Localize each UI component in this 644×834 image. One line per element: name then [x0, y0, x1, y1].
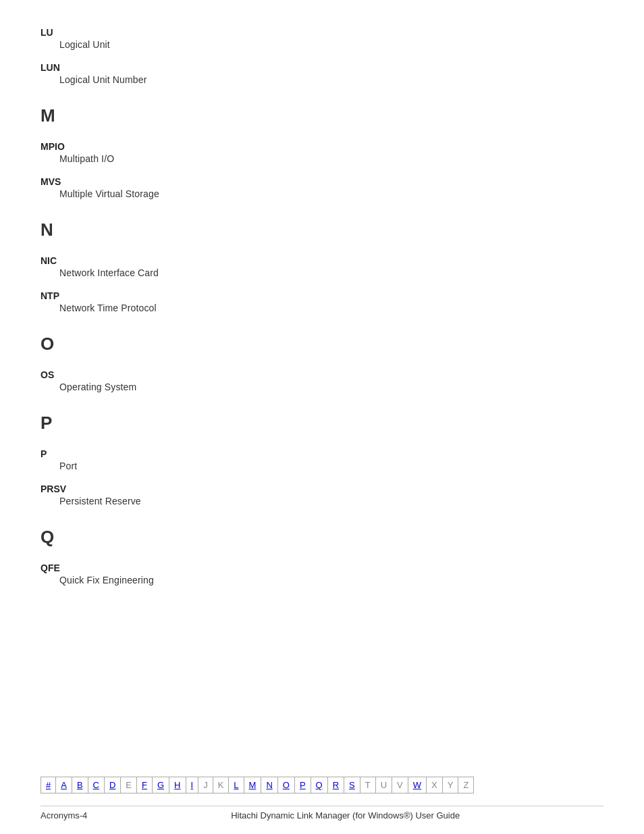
nav-item-P[interactable]: P [295, 777, 311, 793]
nav-item-X: X [427, 777, 443, 793]
term-block-LU: LU Logical Unit [41, 27, 603, 50]
nav-item-I[interactable]: I [186, 777, 199, 793]
nav-item-D[interactable]: D [105, 777, 121, 793]
term-def-OS: Operating System [41, 382, 603, 392]
section-L: LU Logical Unit LUN Logical Unit Number [41, 27, 603, 85]
term-block-NIC: NIC Network Interface Card [41, 255, 603, 278]
term-def-LU: Logical Unit [41, 39, 603, 50]
term-abbr-MVS: MVS [41, 176, 603, 187]
section-letter-O: O [41, 334, 603, 357]
nav-item-E: E [121, 777, 137, 793]
nav-item-hash[interactable]: # [41, 777, 56, 793]
section-N: N NIC Network Interface Card NTP Network… [41, 219, 603, 313]
nav-bar: # A B C D E F G H I J K L M N O P Q R S … [41, 777, 474, 793]
term-abbr-NIC: NIC [41, 255, 603, 266]
nav-item-W[interactable]: W [408, 777, 427, 793]
nav-item-N[interactable]: N [261, 777, 277, 793]
term-def-QFE: Quick Fix Engineering [41, 575, 603, 585]
section-letter-M: M [41, 105, 603, 129]
term-abbr-P: P [41, 448, 603, 459]
nav-item-J: J [198, 777, 213, 793]
section-letter-N: N [41, 219, 603, 243]
nav-item-Q[interactable]: Q [311, 777, 328, 793]
term-block-QFE: QFE Quick Fix Engineering [41, 563, 603, 585]
nav-item-O[interactable]: O [278, 777, 295, 793]
term-block-P: P Port [41, 448, 603, 471]
nav-item-C[interactable]: C [88, 777, 105, 793]
term-block-PRSV: PRSV Persistent Reserve [41, 484, 603, 506]
term-block-MPIO: MPIO Multipath I/O [41, 141, 603, 164]
section-O: O OS Operating System [41, 334, 603, 392]
term-block-LUN: LUN Logical Unit Number [41, 62, 603, 85]
footer-page-label: Acronyms-4 [41, 810, 87, 820]
term-abbr-QFE: QFE [41, 563, 603, 573]
term-abbr-OS: OS [41, 369, 603, 380]
term-abbr-NTP: NTP [41, 290, 603, 301]
nav-item-F[interactable]: F [137, 777, 153, 793]
term-abbr-LUN: LUN [41, 62, 603, 73]
nav-item-S[interactable]: S [344, 777, 360, 793]
nav-item-V: V [392, 777, 408, 793]
term-abbr-LU: LU [41, 27, 603, 38]
term-def-MVS: Multiple Virtual Storage [41, 188, 603, 199]
nav-item-B[interactable]: B [72, 777, 88, 793]
nav-wrapper: # A B C D E F G H I J K L M N O P Q R S … [41, 750, 603, 800]
term-def-NIC: Network Interface Card [41, 267, 603, 278]
nav-item-Y: Y [443, 777, 459, 793]
term-block-OS: OS Operating System [41, 369, 603, 392]
term-block-NTP: NTP Network Time Protocol [41, 290, 603, 313]
footer-title: Hitachi Dynamic Link Manager (for Window… [87, 810, 603, 820]
term-def-P: Port [41, 461, 603, 471]
nav-item-K: K [213, 777, 230, 793]
section-letter-P: P [41, 413, 603, 436]
footer: Acronyms-4 Hitachi Dynamic Link Manager … [41, 806, 603, 820]
nav-item-T: T [360, 777, 376, 793]
nav-item-L[interactable]: L [229, 777, 244, 793]
nav-item-H[interactable]: H [169, 777, 186, 793]
section-letter-Q: Q [41, 527, 603, 550]
term-def-LUN: Logical Unit Number [41, 74, 603, 85]
nav-item-U: U [376, 777, 392, 793]
term-def-PRSV: Persistent Reserve [41, 496, 603, 506]
term-abbr-MPIO: MPIO [41, 141, 603, 152]
nav-item-M[interactable]: M [244, 777, 262, 793]
term-def-NTP: Network Time Protocol [41, 303, 603, 313]
term-def-MPIO: Multipath I/O [41, 153, 603, 164]
content-area: LU Logical Unit LUN Logical Unit Number … [41, 27, 603, 750]
term-block-MVS: MVS Multiple Virtual Storage [41, 176, 603, 199]
nav-item-Z: Z [458, 777, 473, 793]
nav-item-G[interactable]: G [153, 777, 169, 793]
section-Q: Q QFE Quick Fix Engineering [41, 527, 603, 585]
page: LU Logical Unit LUN Logical Unit Number … [0, 0, 644, 834]
section-M: M MPIO Multipath I/O MVS Multiple Virtua… [41, 105, 603, 199]
section-P: P P Port PRSV Persistent Reserve [41, 413, 603, 506]
term-abbr-PRSV: PRSV [41, 484, 603, 494]
nav-item-A[interactable]: A [56, 777, 72, 793]
nav-item-R[interactable]: R [328, 777, 344, 793]
